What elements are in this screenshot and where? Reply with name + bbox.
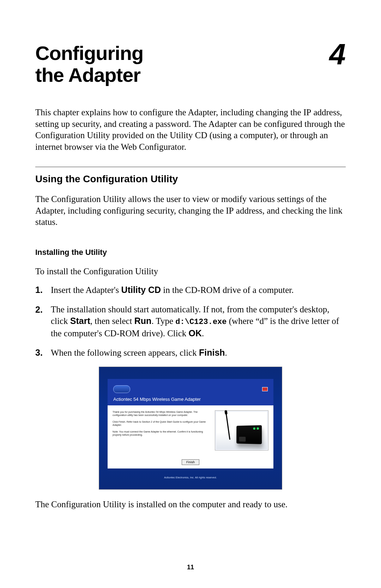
chapter-intro: This chapter explains how to configure t… (35, 107, 346, 153)
step-2-number: 2. (35, 304, 51, 339)
section-body: The Configuration Utility allows the use… (35, 194, 346, 228)
page-number: 11 (0, 564, 381, 571)
status-icon (262, 387, 268, 391)
adapter-photo (215, 410, 268, 451)
step-3-text: When the following screen appears, click… (51, 347, 346, 359)
chapter-title-line2: the Adapter (35, 64, 143, 86)
step-3-number: 3. (35, 347, 51, 359)
step-1: 1. Insert the Adapter's Utility CD in th… (35, 284, 346, 296)
installer-body-text: Thank you for purchasing the Actiontec 5… (113, 410, 209, 440)
subsection-heading: Installing the Utility (35, 248, 346, 257)
step-1-text: Insert the Adapter's Utility CD in the C… (51, 284, 346, 296)
actiontec-logo-icon (113, 385, 130, 393)
installer-header (108, 379, 273, 397)
step-1-number: 1. (35, 284, 51, 296)
section-divider (35, 167, 346, 167)
step-2: 2. The installation should start automat… (35, 304, 346, 339)
installer-screenshot: Actiontec 54 Mbps Wireless Game Adapter … (99, 367, 282, 490)
finish-button[interactable]: Finish (182, 459, 199, 465)
chapter-number: 4 (329, 39, 346, 69)
installer-title: Actiontec 54 Mbps Wireless Game Adapter (113, 397, 201, 402)
section-heading: Using the Configuration Utility (35, 173, 346, 185)
step-3: 3. When the following screen appears, cl… (35, 347, 346, 359)
subsection-lead: To install the Configuration Utility (35, 266, 346, 277)
closing-text: The Configuration Utility is installed o… (35, 499, 346, 510)
chapter-title-line1: Configuring (35, 42, 143, 64)
installer-footer: Actiontec Electronics, Inc. All rights r… (108, 468, 273, 486)
step-2-text: The installation should start automatica… (51, 304, 346, 339)
